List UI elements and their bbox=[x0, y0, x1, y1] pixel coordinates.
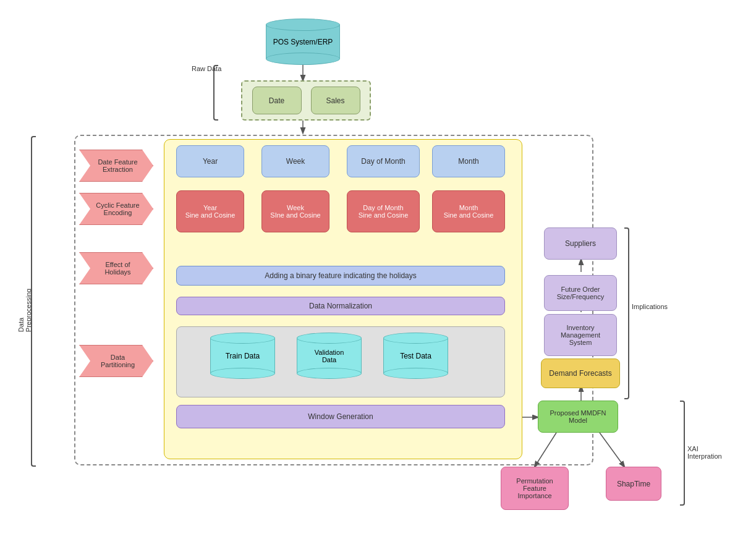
day-of-month-box: Day of Month bbox=[347, 145, 420, 177]
week-sine-box: Week SIne and Cosine bbox=[261, 190, 329, 232]
proposed-model-box: Proposed MMDFN Model bbox=[538, 401, 618, 433]
date-box: Date bbox=[252, 87, 302, 114]
diagram-container: POS System/ERP Raw Data Date Sales Year … bbox=[0, 0, 756, 539]
validation-data-cylinder: Validation Data bbox=[297, 333, 362, 391]
week-box: Week bbox=[261, 145, 329, 177]
shap-time-box: ShapTime bbox=[606, 467, 661, 501]
year-sine-box: Year Sine and Cosine bbox=[176, 190, 244, 232]
test-data-cylinder: Test Data bbox=[383, 333, 448, 391]
month-box: Month bbox=[432, 145, 505, 177]
validation-label: Validation Data bbox=[315, 349, 344, 363]
inventory-mgmt-box: Inventory Management System bbox=[544, 314, 617, 356]
test-label: Test Data bbox=[400, 352, 431, 360]
effect-holidays-chevron: Effect of Holidays bbox=[79, 252, 153, 284]
svg-line-21 bbox=[600, 433, 624, 467]
date-feature-chevron: Date Feature Extraction bbox=[79, 150, 153, 182]
sales-box: Sales bbox=[311, 87, 360, 114]
train-data-cylinder: Train Data bbox=[210, 333, 275, 391]
month-sine-box: Month Sine and Cosine bbox=[432, 190, 505, 232]
pos-label: POS System/ERP bbox=[273, 38, 333, 46]
implications-label: Implications bbox=[632, 303, 668, 310]
data-partitioning-chevron: Data Partitioning bbox=[79, 345, 153, 377]
normalization-box: Data Normalization bbox=[176, 297, 505, 315]
suppliers-box: Suppliers bbox=[544, 227, 617, 260]
cyclic-feature-chevron: Cyclic Feature Encoding bbox=[79, 193, 153, 225]
data-preprocessing-label: Data Preprocessing bbox=[17, 289, 32, 332]
date-sales-container: Date Sales bbox=[241, 80, 371, 121]
xai-label: XAI Interpration bbox=[687, 445, 722, 460]
permutation-box: Permutation Feature Importance bbox=[501, 467, 569, 510]
day-sine-box: Day of Month Sine and Cosine bbox=[347, 190, 420, 232]
demand-forecasts-box: Demand Forecasts bbox=[541, 359, 620, 388]
train-label: Train Data bbox=[226, 352, 260, 360]
future-order-box: Future Order Size/Frequency bbox=[544, 275, 617, 311]
year-box: Year bbox=[176, 145, 244, 177]
holidays-box: Adding a binary feature indicating the h… bbox=[176, 266, 505, 286]
window-gen-box: Window Generation bbox=[176, 405, 505, 428]
pos-system-cylinder: POS System/ERP bbox=[266, 19, 340, 77]
